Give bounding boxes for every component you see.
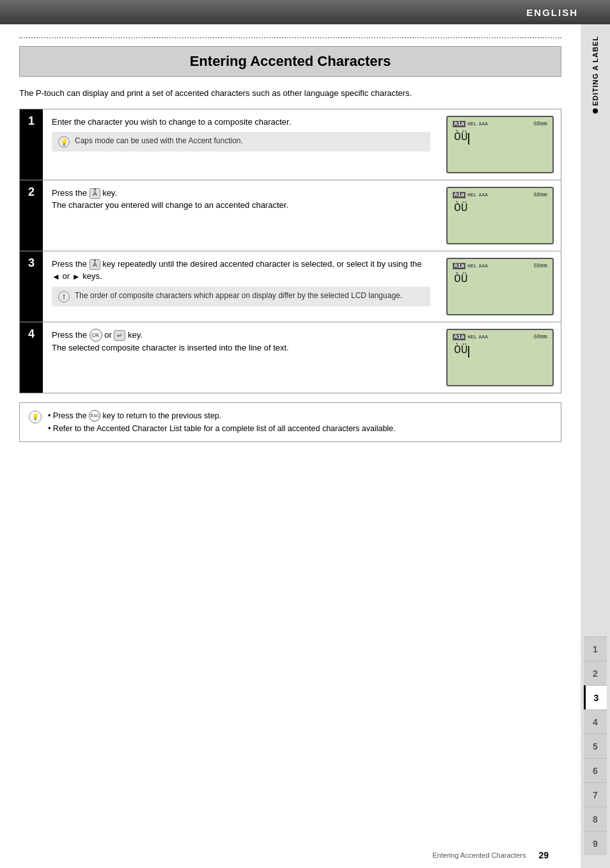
step-1-hint-text: Caps mode can be used with the Accent fu… [75,136,243,146]
section-label: EDITING A LABEL [591,36,599,114]
bottom-tip-box: 💡 • Press the Esc key to return to the p… [19,402,561,442]
step-4-display: A1a HEL AAA 68mm ÒÜ [439,322,561,393]
step-4-content: Press the OK or ↵ key.The selected compo… [43,322,439,393]
lcd-mm-3: 68mm [533,263,547,269]
tab-4[interactable]: 4 [584,709,607,734]
lcd-cursor-1 [468,133,469,145]
step-1-instruction: Enter the character you wish to change t… [52,116,430,129]
warning-icon-3: ! [58,291,70,303]
step-3-lcd: A1a HEL AAA 68mm ÒÜ [446,258,554,315]
lcd-icon-a1: A1a [453,121,465,127]
tab-2[interactable]: 2 [584,661,607,685]
lcd-icon-hel2: HEL [467,192,476,198]
step-4-lcd-icons: A1a HEL AAA [453,334,488,340]
tab-3[interactable]: 3 [584,685,607,709]
language-label: ENGLISH [526,7,578,18]
step-3-number: 3 [20,251,43,322]
lcd-icon-aaa: AAA [479,121,488,127]
step-3-instruction: Press the Ẫ key repeatedly until the de… [52,258,430,283]
step-2-instruction: Press the Ẫ key.The character you enter… [52,187,430,212]
tab-6[interactable]: 6 [584,758,607,782]
step-2-row: 2 Press the Ẫ key.The character you ent… [20,180,561,251]
top-header: ENGLISH [0,0,610,24]
step-1-display: A1a HEL AAA 68mm ÒÜ [439,109,561,180]
step-4-lcd: A1a HEL AAA 68mm ÒÜ [446,329,554,386]
tip-lightbulb-icon: 💡 [29,411,42,423]
bullet-icon [593,109,598,114]
lcd-icon-a3: A1a [453,263,465,269]
step-2-display: A1a HEL AAA 68mm ÒÜ [439,180,561,251]
lcd-icon-hel4: HEL [467,334,476,340]
step-4-lcd-toprow: A1a HEL AAA 68mm [453,334,547,340]
step-4-row: 4 Press the OK or ↵ key.The selected com… [20,322,561,393]
step-3-lcd-toprow: A1a HEL AAA 68mm [453,263,547,269]
lcd-cursor-4 [468,346,469,358]
step-3-content: Press the Ẫ key repeatedly until the de… [43,251,439,322]
lcd-icon-a2: A1a [453,192,465,198]
footer-page-number: 29 [538,850,549,860]
chapter-tabs: 1 2 3 4 5 6 7 8 9 [581,636,610,868]
lcd-text-1: ÒÜ [453,130,547,145]
step-1-row: 1 Enter the character you wish to change… [20,109,561,180]
lcd-icon-aaa2: AAA [479,192,488,198]
accent-key-3: Ẫ [90,259,100,270]
main-content: Entering Accented Characters The P-touch… [0,24,581,868]
step-2-lcd-toprow: A1a HEL AAA 68mm [453,192,547,198]
or-text: or [104,330,112,340]
ok-key-icon: OK [90,329,102,342]
step-4-instruction: Press the OK or ↵ key.The selected compo… [52,329,430,354]
right-arrow-icon: ► [72,271,81,283]
step-1-hint: 💡 Caps mode can be used with the Accent … [52,132,430,152]
tip-line-2: • Refer to the Accented Character List t… [48,422,396,435]
lcd-text-2: ÒÜ [453,201,547,216]
tab-7[interactable]: 7 [584,782,607,807]
steps-container: 1 Enter the character you wish to change… [19,109,561,393]
step-1-content: Enter the character you wish to change t… [43,109,439,180]
step-1-lcd-toprow: A1a HEL AAA 68mm [453,121,547,127]
tab-9[interactable]: 9 [584,831,607,855]
lcd-mm-1: 68mm [533,121,547,127]
step-3-note: ! The order of composite characters whic… [52,287,430,306]
step-3-display: A1a HEL AAA 68mm ÒÜ [439,251,561,322]
lcd-icon-hel: HEL [467,121,476,127]
lcd-icon-hel3: HEL [467,263,476,269]
intro-paragraph: The P-touch can display and print a set … [19,87,561,100]
step-3-lcd-icons: A1a HEL AAA [453,263,488,269]
accent-key-2: Ẫ [90,188,100,199]
lcd-mm-4: 68mm [533,334,547,340]
step-2-lcd: A1a HEL AAA 68mm ÒÜ [446,187,554,244]
tab-5[interactable]: 5 [584,734,607,758]
lcd-mm-2: 68mm [533,192,547,198]
step-2-lcd-icons: A1a HEL AAA [453,192,488,198]
return-key-icon: ↵ [114,330,125,341]
step-1-lcd-icons: A1a HEL AAA [453,121,488,127]
lcd-icon-a4: A1a [453,334,465,340]
step-3-row: 3 Press the Ẫ key repeatedly until the … [20,251,561,322]
left-arrow-icon: ◄ [52,271,60,283]
tip-line-1: • Press the Esc key to return to the pre… [48,409,396,422]
lcd-text-3: ÒÜ [453,272,547,287]
page-title-box: Entering Accented Characters [19,46,561,77]
lightbulb-icon: 💡 [58,136,70,148]
step-3-note-text: The order of composite characters which … [75,290,402,301]
step-1-number: 1 [20,109,43,180]
lcd-text-4: ÒÜ [453,343,547,358]
tab-8[interactable]: 8 [584,807,607,831]
page-title: Entering Accented Characters [190,53,391,69]
lcd-icon-aaa4: AAA [479,334,488,340]
footer-label: Entering Accented Characters [432,851,526,859]
lcd-icon-aaa3: AAA [479,263,488,269]
tab-1[interactable]: 1 [584,636,607,661]
step-1-lcd: A1a HEL AAA 68mm ÒÜ [446,116,554,173]
right-sidebar: EDITING A LABEL 1 2 3 4 5 6 7 8 9 [581,24,610,868]
step-2-content: Press the Ẫ key.The character you enter… [43,180,439,251]
dotted-separator [19,37,561,38]
footer: Entering Accented Characters 29 [19,850,549,860]
esc-key-icon: Esc [89,410,100,422]
bottom-tip-content: • Press the Esc key to return to the pre… [48,409,396,435]
step-2-number: 2 [20,180,43,251]
step-4-number: 4 [20,322,43,393]
